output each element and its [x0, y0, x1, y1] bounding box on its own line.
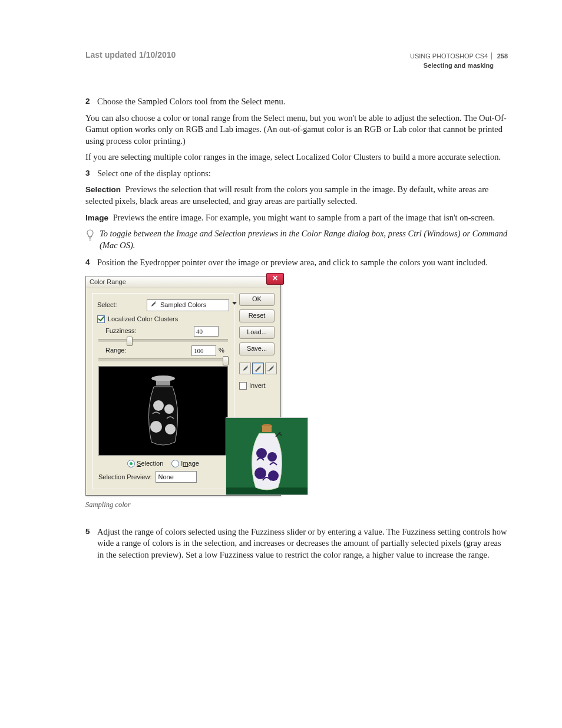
svg-point-7	[150, 421, 162, 433]
svg-rect-0	[89, 238, 92, 238]
step-number: 3	[85, 168, 97, 180]
definition-selection: Selection Previews the selection that wi…	[85, 184, 508, 207]
body-paragraph: If you are selecting multiple color rang…	[85, 151, 508, 163]
close-button[interactable]: ✕	[266, 273, 284, 285]
svg-point-5	[153, 400, 164, 411]
term-text: Previews the selection that will result …	[85, 185, 489, 206]
step-number: 5	[85, 526, 97, 561]
ok-button[interactable]: OK	[239, 293, 275, 306]
svg-point-13	[256, 448, 267, 459]
selection-preview-dropdown[interactable]: None	[156, 471, 197, 483]
sample-image	[226, 417, 308, 495]
localized-clusters-label: Localized Color Clusters	[108, 315, 178, 324]
step-number: 4	[85, 257, 97, 269]
term-text: Previews the entire image. For example, …	[111, 213, 495, 222]
invert-label: Invert	[249, 381, 266, 390]
select-label: Select:	[97, 301, 147, 309]
page-number: 258	[495, 52, 508, 60]
selection-preview-value: None	[158, 473, 174, 482]
header-section: Selecting and masking	[410, 62, 508, 69]
eyedropper-icon[interactable]	[239, 363, 251, 374]
svg-point-3	[151, 375, 175, 381]
select-dropdown[interactable]: Sampled Colors	[147, 299, 229, 311]
range-slider[interactable]	[98, 358, 228, 361]
select-value: Sampled Colors	[160, 301, 206, 309]
chevron-down-icon	[232, 302, 237, 305]
fuzziness-slider[interactable]	[98, 339, 228, 342]
selection-radio[interactable]	[127, 460, 135, 467]
save-button[interactable]: Save...	[239, 342, 275, 355]
header-title: USING PHOTOSHOP CS4	[410, 52, 492, 60]
step-number: 2	[85, 96, 97, 108]
tip-text: To toggle between the Image and Selectio…	[100, 228, 508, 251]
figure: Color Range ✕ Select: Sampled Colors	[85, 276, 309, 494]
body-paragraph: You can also choose a color or tonal ran…	[85, 113, 508, 147]
slider-thumb[interactable]	[127, 337, 133, 346]
dialog-title: Color Range	[90, 278, 126, 286]
svg-rect-2	[90, 240, 91, 241]
term-label: Image	[85, 213, 108, 222]
step-text: Position the Eyedropper pointer over the…	[97, 257, 508, 269]
svg-rect-12	[262, 426, 272, 432]
svg-rect-4	[156, 381, 170, 386]
range-unit: %	[216, 346, 229, 355]
svg-point-14	[267, 452, 277, 462]
load-button[interactable]: Load...	[239, 326, 275, 339]
invert-checkbox[interactable]	[239, 382, 247, 390]
step-text: Choose the Sampled Colors tool from the …	[97, 96, 508, 108]
localized-clusters-checkbox[interactable]	[97, 315, 105, 323]
eyedropper-minus-icon[interactable]	[265, 363, 277, 374]
selection-preview	[98, 366, 228, 456]
image-radio-label: Image	[181, 459, 199, 468]
definition-image: Image Previews the entire image. For exa…	[85, 212, 508, 224]
range-input[interactable]: 100	[191, 345, 216, 356]
eyedropper-icon	[150, 301, 157, 310]
figure-caption: Sampling color	[85, 500, 508, 510]
image-radio[interactable]	[171, 460, 179, 467]
lightbulb-icon	[85, 228, 100, 251]
svg-point-6	[164, 404, 174, 414]
reset-button[interactable]: Reset	[239, 309, 275, 322]
term-label: Selection	[85, 185, 121, 194]
selection-preview-label: Selection Preview:	[98, 473, 152, 482]
svg-point-15	[254, 467, 266, 479]
eyedropper-plus-icon[interactable]	[252, 363, 264, 374]
svg-rect-1	[89, 239, 91, 239]
fuzziness-label: Fuzziness:	[105, 327, 194, 335]
step-text: Adjust the range of colors selected usin…	[97, 526, 508, 561]
range-label: Range:	[105, 346, 191, 355]
selection-radio-label: Selection	[137, 459, 163, 468]
fuzziness-input[interactable]: 40	[194, 326, 219, 337]
svg-point-8	[165, 424, 176, 434]
slider-thumb[interactable]	[223, 356, 229, 365]
step-text: Select one of the display options:	[97, 168, 508, 180]
